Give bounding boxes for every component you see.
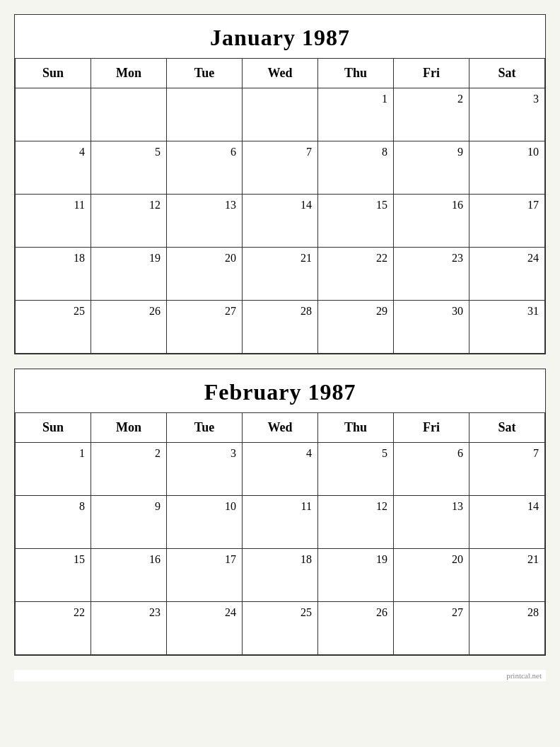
day-cell-23: 23 — [394, 248, 469, 301]
day-cell-12: 12 — [318, 496, 394, 549]
date-number: 21 — [527, 553, 539, 566]
date-number: 23 — [452, 252, 463, 265]
day-cell-2: 2 — [91, 443, 167, 496]
day-cell-9: 9 — [91, 496, 167, 549]
day-cell-28: 28 — [469, 602, 545, 655]
date-number: 29 — [376, 305, 387, 318]
date-number: 6 — [231, 146, 236, 158]
day-cell-empty — [91, 88, 167, 141]
date-number: 23 — [149, 606, 161, 619]
date-number: 28 — [301, 305, 312, 318]
date-number: 9 — [155, 500, 161, 513]
day-cell-19: 19 — [318, 549, 394, 602]
date-number: 21 — [301, 252, 312, 265]
date-number: 17 — [527, 199, 539, 212]
day-cell-27: 27 — [394, 602, 469, 655]
day-header-thu: Thu — [318, 59, 394, 88]
date-number: 5 — [382, 447, 387, 460]
day-cell-24: 24 — [469, 248, 545, 301]
day-cell-25: 25 — [16, 301, 91, 354]
day-cell-7: 7 — [469, 443, 545, 496]
date-number: 13 — [225, 199, 236, 212]
day-cell-16: 16 — [394, 195, 469, 248]
day-cell-empty — [167, 88, 243, 141]
day-header-fri: Fri — [394, 59, 469, 88]
date-number: 16 — [452, 199, 463, 212]
day-header-sat: Sat — [469, 59, 545, 88]
day-cell-11: 11 — [243, 496, 318, 549]
date-number: 27 — [452, 606, 463, 619]
date-number: 15 — [74, 553, 85, 566]
day-header-mon: Mon — [91, 413, 167, 443]
day-cell-10: 10 — [167, 496, 243, 549]
date-number: 19 — [149, 252, 161, 265]
calendar-title-february-1987: February 1987 — [15, 369, 545, 413]
day-cell-17: 17 — [167, 549, 243, 602]
day-header-fri: Fri — [394, 413, 469, 443]
day-cell-9: 9 — [394, 141, 469, 195]
date-number: 22 — [376, 252, 387, 265]
date-number: 15 — [376, 199, 387, 212]
date-number: 14 — [301, 199, 312, 212]
day-cell-8: 8 — [318, 141, 394, 195]
day-cell-3: 3 — [469, 88, 545, 141]
day-cell-23: 23 — [91, 602, 167, 655]
day-header-sun: Sun — [16, 59, 91, 88]
day-cell-3: 3 — [167, 443, 243, 496]
day-cell-10: 10 — [469, 141, 545, 195]
day-cell-6: 6 — [394, 443, 469, 496]
date-number: 17 — [225, 553, 236, 566]
day-cell-14: 14 — [469, 496, 545, 549]
day-cell-26: 26 — [91, 301, 167, 354]
calendar-container: January 1987SunMonTueWedThuFriSat1234567… — [14, 14, 546, 681]
date-number: 1 — [79, 447, 85, 460]
date-number: 11 — [74, 199, 85, 212]
day-cell-15: 15 — [318, 195, 394, 248]
day-cell-31: 31 — [469, 301, 545, 354]
date-number: 4 — [306, 447, 312, 460]
day-cell-11: 11 — [16, 195, 91, 248]
day-cell-15: 15 — [16, 549, 91, 602]
date-number: 10 — [225, 500, 236, 513]
calendar-january-1987: January 1987SunMonTueWedThuFriSat1234567… — [14, 14, 546, 354]
date-number: 18 — [301, 553, 312, 566]
calendar-grid-january-1987: SunMonTueWedThuFriSat1234567891011121314… — [15, 59, 545, 354]
date-number: 27 — [225, 305, 236, 318]
day-header-sun: Sun — [16, 413, 91, 443]
date-number: 22 — [74, 606, 85, 619]
date-number: 5 — [155, 146, 161, 158]
day-header-sat: Sat — [469, 413, 545, 443]
day-header-mon: Mon — [91, 59, 167, 88]
day-cell-4: 4 — [243, 443, 318, 496]
date-number: 26 — [149, 305, 161, 318]
day-cell-27: 27 — [167, 301, 243, 354]
day-cell-6: 6 — [167, 141, 243, 195]
date-number: 19 — [376, 553, 387, 566]
date-number: 13 — [452, 500, 463, 513]
date-number: 3 — [231, 447, 236, 460]
day-cell-8: 8 — [16, 496, 91, 549]
date-number: 24 — [527, 252, 539, 265]
day-cell-22: 22 — [16, 602, 91, 655]
date-number: 7 — [533, 447, 539, 460]
day-cell-13: 13 — [167, 195, 243, 248]
date-number: 2 — [457, 93, 463, 105]
day-cell-7: 7 — [243, 141, 318, 195]
date-number: 26 — [376, 606, 387, 619]
date-number: 7 — [306, 146, 312, 158]
day-cell-empty — [16, 88, 91, 141]
day-cell-1: 1 — [16, 443, 91, 496]
day-cell-18: 18 — [243, 549, 318, 602]
day-cell-2: 2 — [394, 88, 469, 141]
date-number: 30 — [452, 305, 463, 318]
date-number: 4 — [79, 146, 85, 158]
day-header-tue: Tue — [167, 59, 243, 88]
date-number: 20 — [452, 553, 463, 566]
day-cell-13: 13 — [394, 496, 469, 549]
day-header-thu: Thu — [318, 413, 394, 443]
day-cell-18: 18 — [16, 248, 91, 301]
date-number: 12 — [149, 199, 161, 212]
day-cell-26: 26 — [318, 602, 394, 655]
day-cell-20: 20 — [167, 248, 243, 301]
day-header-tue: Tue — [167, 413, 243, 443]
